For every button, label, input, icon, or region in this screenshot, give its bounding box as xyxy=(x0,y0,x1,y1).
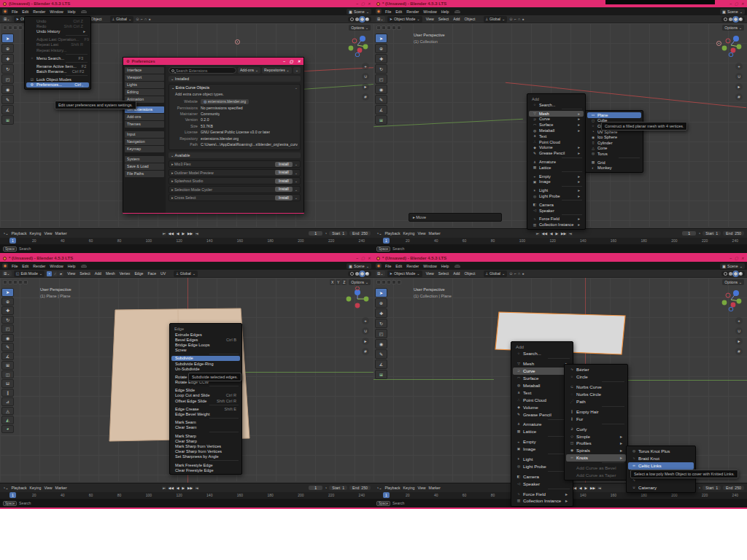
menu-item[interactable]: ▦ Lattice xyxy=(529,165,584,171)
transport-button[interactable]: ◀ xyxy=(578,486,583,490)
navigation-gizmo[interactable] xyxy=(345,32,370,57)
menu-item[interactable]: Clear Sharp from Vertices xyxy=(171,449,240,454)
tool-button[interactable]: ⊞ xyxy=(375,370,387,379)
prefs-nav-item[interactable]: File Paths xyxy=(125,171,164,177)
app-menu-item[interactable]: File xyxy=(9,263,20,269)
menu-item[interactable]: Edge Bevel Weight xyxy=(171,411,240,416)
available-section-header[interactable]: ⌄ Available xyxy=(169,152,301,158)
mirror-axis-button[interactable]: Z xyxy=(341,279,347,285)
collection-visibility-icons[interactable] xyxy=(376,26,401,30)
transport-button[interactable]: ⇥ xyxy=(597,486,602,490)
chevron-down-icon[interactable]: ⌄ xyxy=(295,171,298,175)
repositories-dropdown[interactable]: Repositories ⌄ xyxy=(262,67,292,74)
app-menu-item[interactable]: Edit xyxy=(393,9,404,15)
tool-button[interactable]: ∡ xyxy=(1,352,14,361)
menu-item[interactable]: Add Curve as Bevel xyxy=(566,464,626,472)
menu-item[interactable]: ✎ Grease Pencil ▸ xyxy=(513,411,571,418)
chevron-down-icon[interactable]: ⌄ xyxy=(295,187,298,192)
transport-button[interactable]: ⇥ xyxy=(568,232,573,236)
menu-item[interactable]: Subdivide xyxy=(171,356,240,361)
workspace-tab[interactable] xyxy=(460,265,465,267)
app-menu-item[interactable]: Window xyxy=(421,263,438,269)
titlebar[interactable]: (Unsaved) - Blender 4.5.3 LTS –▢✕ xyxy=(0,0,374,7)
tool-button[interactable]: ∡ xyxy=(1,105,14,114)
current-frame-field[interactable]: 1 xyxy=(309,486,322,490)
chevron-down-icon[interactable]: ⌄ xyxy=(295,162,298,166)
menu-item[interactable]: Undo Ctrl Z xyxy=(26,18,89,23)
scene-selector[interactable]: ▣Scene⌄ xyxy=(347,263,371,269)
transport-button[interactable]: ▶ xyxy=(181,486,185,490)
viewport-menu-item[interactable]: View xyxy=(66,271,77,276)
scene-selector[interactable]: ▣Scene⌄ xyxy=(720,9,745,15)
workspace-tab[interactable] xyxy=(486,265,490,267)
timeline-menu-item[interactable]: Playback xyxy=(11,231,26,236)
workspace-tab[interactable] xyxy=(87,265,91,267)
prefs-nav-item[interactable]: Editing xyxy=(125,89,164,96)
tool-button[interactable]: ◉ xyxy=(375,85,387,94)
workspace-tab[interactable] xyxy=(501,11,506,12)
tool-button[interactable]: ⊕ xyxy=(375,44,387,53)
viewport-menu-item[interactable]: Add xyxy=(452,271,461,276)
shading-mode-icons[interactable] xyxy=(721,17,745,22)
viewport-menu-item[interactable]: Add xyxy=(452,16,461,22)
frame-end-field[interactable]: End250 xyxy=(349,486,371,490)
blender-app-icon[interactable]: ◉ xyxy=(2,263,8,268)
menu-item[interactable]: Adjust Last Operation... F9 xyxy=(26,37,89,42)
menu-item[interactable]: Bevel Edges Ctrl B xyxy=(171,337,240,342)
menu-item[interactable]: ◁ Speaker xyxy=(513,480,571,487)
current-frame-badge[interactable]: 1 xyxy=(9,492,16,498)
workspace-tab[interactable] xyxy=(491,265,495,267)
camera-view-icon[interactable]: ▸ xyxy=(735,83,743,90)
extensions-search-input[interactable]: Search Extensions xyxy=(169,67,236,74)
menu-item[interactable]: ∞ Knots ▸ xyxy=(566,454,626,462)
preferences-titlebar[interactable]: ⚙ Preferences –▢✕ xyxy=(123,58,303,65)
options-button[interactable]: Options ⌄ xyxy=(722,25,744,31)
viewport-menu-item[interactable]: Object xyxy=(463,16,477,22)
frame-start-field[interactable]: Start1 xyxy=(703,486,721,490)
tool-button[interactable]: ➤ xyxy=(375,34,387,43)
menu-item[interactable]: ○ Menu Search... F3 xyxy=(26,55,89,61)
app-menu-item[interactable]: File xyxy=(383,9,393,15)
menu-item[interactable]: ◍ Metaball ▸ xyxy=(513,382,571,389)
viewport-menu-item[interactable]: UV xyxy=(159,271,167,276)
menu-item[interactable]: ◍ Metaball ▸ xyxy=(529,128,584,133)
transport-button[interactable]: ⇥ xyxy=(195,232,199,236)
menu-item[interactable]: Subdivide Edge-Ring xyxy=(171,361,240,366)
workspace-tab[interactable] xyxy=(455,11,460,12)
workspace-tab[interactable] xyxy=(501,265,506,267)
app-menu-item[interactable]: Edit xyxy=(393,263,404,269)
app-menu-item[interactable]: Render xyxy=(31,9,47,15)
menu-item[interactable]: ○ Circle xyxy=(566,373,626,381)
menu-item[interactable]: △ Cone xyxy=(587,146,641,152)
current-frame-badge[interactable]: 1 xyxy=(383,238,390,244)
menu-item[interactable]: Edge Crease Shift E xyxy=(171,406,240,411)
shading-mode-icons[interactable] xyxy=(721,271,745,276)
tool-button[interactable]: ◭ xyxy=(1,416,14,424)
menu-item[interactable]: Mark Freestyle Edge xyxy=(171,462,240,467)
editor-type-button[interactable]: ⊞⌄ xyxy=(2,16,12,22)
app-menu-item[interactable]: Window xyxy=(47,9,65,15)
timeline-ticks[interactable]: 1 20406080100120140160180200220240 xyxy=(374,238,747,244)
workspace-tab[interactable] xyxy=(486,11,490,12)
app-menu-item[interactable]: Help xyxy=(439,9,452,15)
tool-button[interactable]: ✚ xyxy=(375,54,387,63)
orientation-dropdown[interactable]: ⟂Global⌄ xyxy=(484,271,508,277)
timeline-menu-item[interactable]: View xyxy=(44,486,52,490)
timeline-menu-item[interactable]: Playback xyxy=(11,486,26,490)
workspace-tab[interactable] xyxy=(496,265,500,267)
frame-start-field[interactable]: Start1 xyxy=(329,231,347,236)
menu-item[interactable]: Undo History ▸ xyxy=(26,28,89,34)
available-extension-row[interactable]: ▸ Splashout Studio Install ⌄ xyxy=(169,177,301,184)
prefs-nav-item[interactable]: Save & Load xyxy=(125,163,164,170)
transport-button[interactable]: ▶▶ xyxy=(560,232,567,236)
transport-button[interactable]: ▶ xyxy=(554,232,559,236)
collection-visibility-icons[interactable] xyxy=(376,280,401,284)
menu-item[interactable]: Screw xyxy=(171,348,240,353)
toggle-ortho-icon[interactable]: # xyxy=(362,93,369,101)
menu-item[interactable]: ▦ Grid xyxy=(587,160,641,166)
menu-item[interactable]: ⊃ Curve ▸ xyxy=(529,117,584,122)
transport-button[interactable]: ◀ xyxy=(549,232,554,236)
timeline-menu-item[interactable]: Keying xyxy=(30,486,42,490)
app-menu-item[interactable]: Render xyxy=(31,263,47,269)
window-controls[interactable]: –▢✕ xyxy=(729,256,744,260)
